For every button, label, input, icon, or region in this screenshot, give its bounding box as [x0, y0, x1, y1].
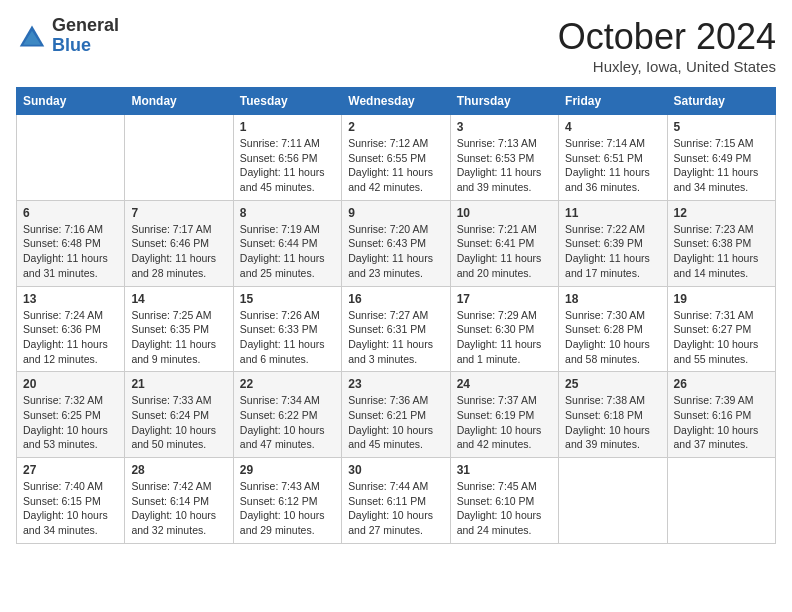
day-number: 23 [348, 377, 443, 391]
day-number: 6 [23, 206, 118, 220]
calendar-cell: 20Sunrise: 7:32 AM Sunset: 6:25 PM Dayli… [17, 372, 125, 458]
day-info: Sunrise: 7:32 AM Sunset: 6:25 PM Dayligh… [23, 393, 118, 452]
calendar-cell: 13Sunrise: 7:24 AM Sunset: 6:36 PM Dayli… [17, 286, 125, 372]
day-info: Sunrise: 7:25 AM Sunset: 6:35 PM Dayligh… [131, 308, 226, 367]
day-of-week-header: Tuesday [233, 88, 341, 115]
day-info: Sunrise: 7:42 AM Sunset: 6:14 PM Dayligh… [131, 479, 226, 538]
day-info: Sunrise: 7:37 AM Sunset: 6:19 PM Dayligh… [457, 393, 552, 452]
day-info: Sunrise: 7:34 AM Sunset: 6:22 PM Dayligh… [240, 393, 335, 452]
day-number: 9 [348, 206, 443, 220]
day-info: Sunrise: 7:29 AM Sunset: 6:30 PM Dayligh… [457, 308, 552, 367]
calendar-cell: 14Sunrise: 7:25 AM Sunset: 6:35 PM Dayli… [125, 286, 233, 372]
day-of-week-header: Wednesday [342, 88, 450, 115]
day-of-week-header: Saturday [667, 88, 775, 115]
calendar-cell: 29Sunrise: 7:43 AM Sunset: 6:12 PM Dayli… [233, 458, 341, 544]
day-number: 2 [348, 120, 443, 134]
calendar-cell: 27Sunrise: 7:40 AM Sunset: 6:15 PM Dayli… [17, 458, 125, 544]
calendar-header: SundayMondayTuesdayWednesdayThursdayFrid… [17, 88, 776, 115]
day-number: 31 [457, 463, 552, 477]
day-info: Sunrise: 7:12 AM Sunset: 6:55 PM Dayligh… [348, 136, 443, 195]
day-number: 20 [23, 377, 118, 391]
month-title: October 2024 [558, 16, 776, 58]
day-info: Sunrise: 7:36 AM Sunset: 6:21 PM Dayligh… [348, 393, 443, 452]
day-number: 26 [674, 377, 769, 391]
calendar-cell: 2Sunrise: 7:12 AM Sunset: 6:55 PM Daylig… [342, 115, 450, 201]
calendar-cell [667, 458, 775, 544]
day-info: Sunrise: 7:22 AM Sunset: 6:39 PM Dayligh… [565, 222, 660, 281]
day-info: Sunrise: 7:13 AM Sunset: 6:53 PM Dayligh… [457, 136, 552, 195]
page-header: General Blue October 2024 Huxley, Iowa, … [16, 16, 776, 75]
day-number: 10 [457, 206, 552, 220]
calendar-cell: 7Sunrise: 7:17 AM Sunset: 6:46 PM Daylig… [125, 200, 233, 286]
calendar-cell: 5Sunrise: 7:15 AM Sunset: 6:49 PM Daylig… [667, 115, 775, 201]
day-info: Sunrise: 7:43 AM Sunset: 6:12 PM Dayligh… [240, 479, 335, 538]
day-number: 24 [457, 377, 552, 391]
day-number: 16 [348, 292, 443, 306]
day-number: 5 [674, 120, 769, 134]
day-number: 1 [240, 120, 335, 134]
calendar-cell: 17Sunrise: 7:29 AM Sunset: 6:30 PM Dayli… [450, 286, 558, 372]
day-number: 18 [565, 292, 660, 306]
day-number: 15 [240, 292, 335, 306]
title-area: October 2024 Huxley, Iowa, United States [558, 16, 776, 75]
day-number: 3 [457, 120, 552, 134]
calendar-week-row: 27Sunrise: 7:40 AM Sunset: 6:15 PM Dayli… [17, 458, 776, 544]
calendar-cell: 1Sunrise: 7:11 AM Sunset: 6:56 PM Daylig… [233, 115, 341, 201]
calendar-cell: 8Sunrise: 7:19 AM Sunset: 6:44 PM Daylig… [233, 200, 341, 286]
day-number: 12 [674, 206, 769, 220]
calendar-cell: 6Sunrise: 7:16 AM Sunset: 6:48 PM Daylig… [17, 200, 125, 286]
day-number: 7 [131, 206, 226, 220]
calendar-cell: 25Sunrise: 7:38 AM Sunset: 6:18 PM Dayli… [559, 372, 667, 458]
day-number: 27 [23, 463, 118, 477]
calendar-cell: 24Sunrise: 7:37 AM Sunset: 6:19 PM Dayli… [450, 372, 558, 458]
day-of-week-header: Sunday [17, 88, 125, 115]
day-number: 8 [240, 206, 335, 220]
day-info: Sunrise: 7:38 AM Sunset: 6:18 PM Dayligh… [565, 393, 660, 452]
calendar-cell: 16Sunrise: 7:27 AM Sunset: 6:31 PM Dayli… [342, 286, 450, 372]
logo-general: General [52, 16, 119, 36]
calendar-cell: 10Sunrise: 7:21 AM Sunset: 6:41 PM Dayli… [450, 200, 558, 286]
calendar-week-row: 20Sunrise: 7:32 AM Sunset: 6:25 PM Dayli… [17, 372, 776, 458]
day-info: Sunrise: 7:27 AM Sunset: 6:31 PM Dayligh… [348, 308, 443, 367]
day-info: Sunrise: 7:26 AM Sunset: 6:33 PM Dayligh… [240, 308, 335, 367]
day-info: Sunrise: 7:21 AM Sunset: 6:41 PM Dayligh… [457, 222, 552, 281]
day-number: 4 [565, 120, 660, 134]
day-number: 19 [674, 292, 769, 306]
day-info: Sunrise: 7:44 AM Sunset: 6:11 PM Dayligh… [348, 479, 443, 538]
logo-icon [16, 22, 48, 50]
calendar-cell: 18Sunrise: 7:30 AM Sunset: 6:28 PM Dayli… [559, 286, 667, 372]
day-info: Sunrise: 7:15 AM Sunset: 6:49 PM Dayligh… [674, 136, 769, 195]
day-info: Sunrise: 7:40 AM Sunset: 6:15 PM Dayligh… [23, 479, 118, 538]
calendar-cell: 4Sunrise: 7:14 AM Sunset: 6:51 PM Daylig… [559, 115, 667, 201]
calendar-week-row: 13Sunrise: 7:24 AM Sunset: 6:36 PM Dayli… [17, 286, 776, 372]
day-number: 30 [348, 463, 443, 477]
day-of-week-header: Friday [559, 88, 667, 115]
day-info: Sunrise: 7:30 AM Sunset: 6:28 PM Dayligh… [565, 308, 660, 367]
calendar-cell [17, 115, 125, 201]
calendar-week-row: 6Sunrise: 7:16 AM Sunset: 6:48 PM Daylig… [17, 200, 776, 286]
calendar-cell: 22Sunrise: 7:34 AM Sunset: 6:22 PM Dayli… [233, 372, 341, 458]
calendar-cell: 11Sunrise: 7:22 AM Sunset: 6:39 PM Dayli… [559, 200, 667, 286]
calendar-cell: 23Sunrise: 7:36 AM Sunset: 6:21 PM Dayli… [342, 372, 450, 458]
day-number: 17 [457, 292, 552, 306]
day-number: 14 [131, 292, 226, 306]
day-info: Sunrise: 7:17 AM Sunset: 6:46 PM Dayligh… [131, 222, 226, 281]
calendar-cell: 30Sunrise: 7:44 AM Sunset: 6:11 PM Dayli… [342, 458, 450, 544]
calendar-cell: 19Sunrise: 7:31 AM Sunset: 6:27 PM Dayli… [667, 286, 775, 372]
day-info: Sunrise: 7:16 AM Sunset: 6:48 PM Dayligh… [23, 222, 118, 281]
day-info: Sunrise: 7:33 AM Sunset: 6:24 PM Dayligh… [131, 393, 226, 452]
day-info: Sunrise: 7:14 AM Sunset: 6:51 PM Dayligh… [565, 136, 660, 195]
calendar-table: SundayMondayTuesdayWednesdayThursdayFrid… [16, 87, 776, 544]
day-number: 28 [131, 463, 226, 477]
day-number: 29 [240, 463, 335, 477]
calendar-cell: 3Sunrise: 7:13 AM Sunset: 6:53 PM Daylig… [450, 115, 558, 201]
location: Huxley, Iowa, United States [558, 58, 776, 75]
day-info: Sunrise: 7:20 AM Sunset: 6:43 PM Dayligh… [348, 222, 443, 281]
day-of-week-header: Monday [125, 88, 233, 115]
day-info: Sunrise: 7:19 AM Sunset: 6:44 PM Dayligh… [240, 222, 335, 281]
logo: General Blue [16, 16, 119, 56]
day-info: Sunrise: 7:39 AM Sunset: 6:16 PM Dayligh… [674, 393, 769, 452]
calendar-cell [559, 458, 667, 544]
day-number: 21 [131, 377, 226, 391]
calendar-week-row: 1Sunrise: 7:11 AM Sunset: 6:56 PM Daylig… [17, 115, 776, 201]
